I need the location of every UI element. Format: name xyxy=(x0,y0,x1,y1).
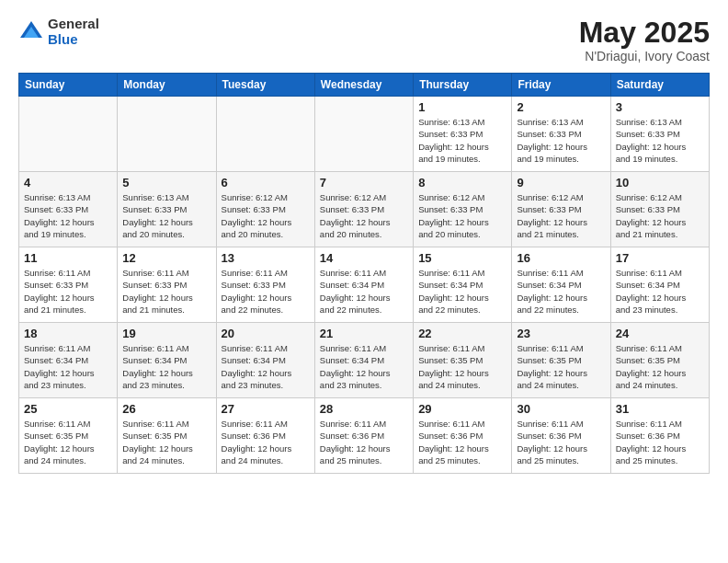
title-block: May 2025 N'Driagui, Ivory Coast xyxy=(579,17,710,63)
table-row xyxy=(118,97,216,172)
table-row: 1Sunrise: 6:13 AM Sunset: 6:33 PM Daylig… xyxy=(414,97,512,172)
header-friday: Friday xyxy=(512,74,610,97)
day-number: 12 xyxy=(122,251,210,265)
day-info: Sunrise: 6:12 AM Sunset: 6:33 PM Dayligh… xyxy=(222,191,310,240)
day-info: Sunrise: 6:11 AM Sunset: 6:36 PM Dayligh… xyxy=(222,418,310,466)
day-info: Sunrise: 6:12 AM Sunset: 6:33 PM Dayligh… xyxy=(418,191,506,240)
day-info: Sunrise: 6:13 AM Sunset: 6:33 PM Dayligh… xyxy=(517,116,605,165)
day-info: Sunrise: 6:11 AM Sunset: 6:34 PM Dayligh… xyxy=(320,342,408,391)
day-info: Sunrise: 6:11 AM Sunset: 6:34 PM Dayligh… xyxy=(320,267,408,316)
table-row: 25Sunrise: 6:11 AM Sunset: 6:35 PM Dayli… xyxy=(19,398,118,474)
table-row: 7Sunrise: 6:12 AM Sunset: 6:33 PM Daylig… xyxy=(314,172,413,247)
table-row: 17Sunrise: 6:11 AM Sunset: 6:34 PM Dayli… xyxy=(610,247,709,323)
day-number: 3 xyxy=(616,100,704,114)
table-row: 3Sunrise: 6:13 AM Sunset: 6:33 PM Daylig… xyxy=(610,97,709,172)
day-number: 9 xyxy=(517,176,605,190)
table-row: 11Sunrise: 6:11 AM Sunset: 6:33 PM Dayli… xyxy=(19,247,118,323)
table-row: 21Sunrise: 6:11 AM Sunset: 6:34 PM Dayli… xyxy=(314,323,413,398)
header: General Blue May 2025 N'Driagui, Ivory C… xyxy=(18,17,710,63)
table-row: 23Sunrise: 6:11 AM Sunset: 6:35 PM Dayli… xyxy=(512,323,610,398)
day-number: 22 xyxy=(418,327,506,340)
day-number: 18 xyxy=(24,327,112,340)
day-number: 8 xyxy=(418,176,506,190)
logo: General Blue xyxy=(18,17,99,47)
table-row: 5Sunrise: 6:13 AM Sunset: 6:33 PM Daylig… xyxy=(118,172,216,247)
day-number: 16 xyxy=(517,251,605,265)
day-number: 15 xyxy=(418,251,506,265)
day-info: Sunrise: 6:11 AM Sunset: 6:35 PM Dayligh… xyxy=(418,342,506,391)
day-info: Sunrise: 6:11 AM Sunset: 6:35 PM Dayligh… xyxy=(517,342,605,391)
day-number: 17 xyxy=(616,251,704,265)
day-info: Sunrise: 6:12 AM Sunset: 6:33 PM Dayligh… xyxy=(517,191,605,240)
table-row: 13Sunrise: 6:11 AM Sunset: 6:33 PM Dayli… xyxy=(216,247,314,323)
day-info: Sunrise: 6:13 AM Sunset: 6:33 PM Dayligh… xyxy=(24,191,112,240)
table-row: 8Sunrise: 6:12 AM Sunset: 6:33 PM Daylig… xyxy=(414,172,512,247)
day-info: Sunrise: 6:11 AM Sunset: 6:34 PM Dayligh… xyxy=(517,267,605,316)
day-number: 14 xyxy=(320,251,408,265)
day-info: Sunrise: 6:11 AM Sunset: 6:34 PM Dayligh… xyxy=(616,267,704,316)
day-info: Sunrise: 6:11 AM Sunset: 6:36 PM Dayligh… xyxy=(320,418,408,466)
table-row: 14Sunrise: 6:11 AM Sunset: 6:34 PM Dayli… xyxy=(314,247,413,323)
day-info: Sunrise: 6:11 AM Sunset: 6:34 PM Dayligh… xyxy=(418,267,506,316)
table-row: 10Sunrise: 6:12 AM Sunset: 6:33 PM Dayli… xyxy=(610,172,709,247)
table-row: 4Sunrise: 6:13 AM Sunset: 6:33 PM Daylig… xyxy=(19,172,118,247)
header-thursday: Thursday xyxy=(414,74,512,97)
day-info: Sunrise: 6:12 AM Sunset: 6:33 PM Dayligh… xyxy=(616,191,704,240)
table-row: 6Sunrise: 6:12 AM Sunset: 6:33 PM Daylig… xyxy=(216,172,314,247)
page: General Blue May 2025 N'Driagui, Ivory C… xyxy=(0,0,728,563)
header-saturday: Saturday xyxy=(610,74,709,97)
calendar-week-2: 4Sunrise: 6:13 AM Sunset: 6:33 PM Daylig… xyxy=(19,172,710,247)
logo-blue-text: Blue xyxy=(48,32,99,48)
calendar-week-5: 25Sunrise: 6:11 AM Sunset: 6:35 PM Dayli… xyxy=(19,398,710,474)
day-info: Sunrise: 6:11 AM Sunset: 6:36 PM Dayligh… xyxy=(517,418,605,466)
day-info: Sunrise: 6:11 AM Sunset: 6:36 PM Dayligh… xyxy=(616,418,704,466)
header-tuesday: Tuesday xyxy=(216,74,314,97)
table-row: 2Sunrise: 6:13 AM Sunset: 6:33 PM Daylig… xyxy=(512,97,610,172)
day-info: Sunrise: 6:13 AM Sunset: 6:33 PM Dayligh… xyxy=(418,116,506,165)
table-row xyxy=(19,97,118,172)
table-row: 16Sunrise: 6:11 AM Sunset: 6:34 PM Dayli… xyxy=(512,247,610,323)
day-info: Sunrise: 6:11 AM Sunset: 6:35 PM Dayligh… xyxy=(122,418,210,466)
table-row: 19Sunrise: 6:11 AM Sunset: 6:34 PM Dayli… xyxy=(118,323,216,398)
table-row: 15Sunrise: 6:11 AM Sunset: 6:34 PM Dayli… xyxy=(414,247,512,323)
day-number: 10 xyxy=(616,176,704,190)
calendar-week-3: 11Sunrise: 6:11 AM Sunset: 6:33 PM Dayli… xyxy=(19,247,710,323)
day-number: 24 xyxy=(616,327,704,340)
header-wednesday: Wednesday xyxy=(314,74,413,97)
day-info: Sunrise: 6:12 AM Sunset: 6:33 PM Dayligh… xyxy=(320,191,408,240)
day-number: 2 xyxy=(517,100,605,114)
table-row xyxy=(216,97,314,172)
day-number: 30 xyxy=(517,402,605,416)
table-row: 12Sunrise: 6:11 AM Sunset: 6:33 PM Dayli… xyxy=(118,247,216,323)
day-info: Sunrise: 6:11 AM Sunset: 6:34 PM Dayligh… xyxy=(222,342,310,391)
header-monday: Monday xyxy=(118,74,216,97)
table-row xyxy=(314,97,413,172)
table-row: 28Sunrise: 6:11 AM Sunset: 6:36 PM Dayli… xyxy=(314,398,413,474)
day-number: 23 xyxy=(517,327,605,340)
day-number: 11 xyxy=(24,251,112,265)
day-number: 26 xyxy=(122,402,210,416)
day-number: 5 xyxy=(122,176,210,190)
day-number: 27 xyxy=(222,402,310,416)
day-number: 28 xyxy=(320,402,408,416)
day-info: Sunrise: 6:11 AM Sunset: 6:34 PM Dayligh… xyxy=(24,342,112,391)
day-number: 20 xyxy=(222,327,310,340)
logo-icon xyxy=(18,19,44,45)
calendar-title: May 2025 xyxy=(579,17,710,49)
day-info: Sunrise: 6:11 AM Sunset: 6:36 PM Dayligh… xyxy=(418,418,506,466)
day-info: Sunrise: 6:11 AM Sunset: 6:35 PM Dayligh… xyxy=(24,418,112,466)
table-row: 26Sunrise: 6:11 AM Sunset: 6:35 PM Dayli… xyxy=(118,398,216,474)
day-number: 21 xyxy=(320,327,408,340)
day-info: Sunrise: 6:13 AM Sunset: 6:33 PM Dayligh… xyxy=(122,191,210,240)
day-number: 1 xyxy=(418,100,506,114)
day-info: Sunrise: 6:11 AM Sunset: 6:33 PM Dayligh… xyxy=(122,267,210,316)
day-number: 31 xyxy=(616,402,704,416)
day-info: Sunrise: 6:11 AM Sunset: 6:33 PM Dayligh… xyxy=(222,267,310,316)
calendar-location: N'Driagui, Ivory Coast xyxy=(579,49,710,63)
table-row: 27Sunrise: 6:11 AM Sunset: 6:36 PM Dayli… xyxy=(216,398,314,474)
logo-general-text: General xyxy=(48,17,99,32)
day-number: 4 xyxy=(24,176,112,190)
weekday-header-row: Sunday Monday Tuesday Wednesday Thursday… xyxy=(19,74,710,97)
day-info: Sunrise: 6:11 AM Sunset: 6:33 PM Dayligh… xyxy=(24,267,112,316)
day-info: Sunrise: 6:11 AM Sunset: 6:35 PM Dayligh… xyxy=(616,342,704,391)
